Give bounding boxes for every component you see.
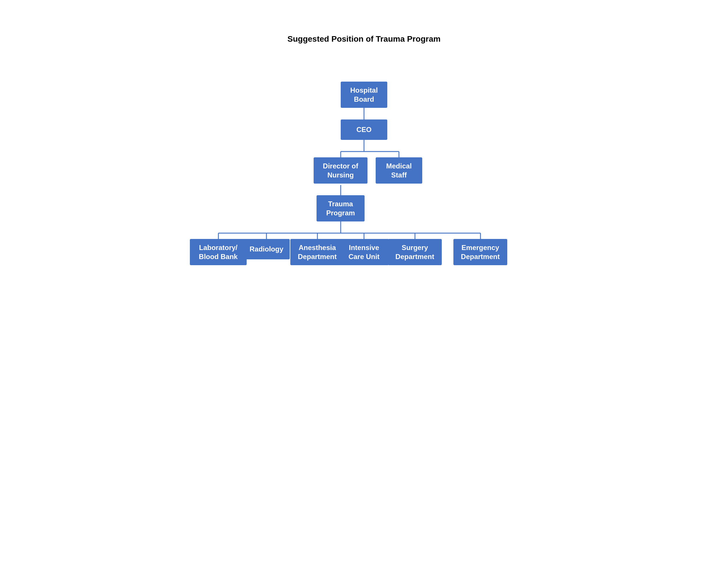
radiology-container: Radiology (243, 239, 290, 259)
ceo-container: CEO (341, 119, 387, 140)
anesthesia-node: Anesthesia Department (290, 239, 344, 265)
org-chart: Hospital Board CEO Director of Nursing M… (0, 82, 728, 280)
lab-node: Laboratory/ Blood Bank (190, 239, 247, 265)
icu-node: Intensive Care Unit (339, 239, 389, 265)
chart-wrapper: Hospital Board CEO Director of Nursing M… (189, 82, 539, 280)
ceo-node: CEO (341, 119, 387, 140)
director-container: Director of Nursing (314, 157, 367, 183)
hospital-board-container: Hospital Board (341, 82, 387, 108)
anesthesia-container: Anesthesia Department (290, 239, 344, 265)
surgery-container: Surgery Department (388, 239, 442, 265)
page-title: Suggested Position of Trauma Program (0, 34, 728, 44)
radiology-node: Radiology (243, 239, 290, 259)
medical-staff-container: Medical Staff (376, 157, 422, 183)
lab-container: Laboratory/ Blood Bank (190, 239, 247, 265)
medical-staff-node: Medical Staff (376, 157, 422, 183)
hospital-board-node: Hospital Board (341, 82, 387, 108)
emergency-container: Emergency Department (453, 239, 507, 265)
surgery-node: Surgery Department (388, 239, 442, 265)
trauma-node: Trauma Program (317, 195, 365, 221)
director-node: Director of Nursing (314, 157, 367, 183)
icu-container: Intensive Care Unit (339, 239, 389, 265)
emergency-node: Emergency Department (453, 239, 507, 265)
trauma-container: Trauma Program (317, 195, 365, 221)
